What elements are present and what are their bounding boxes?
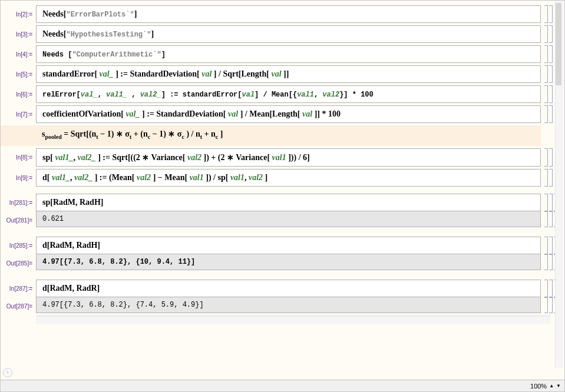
cell-in-285[interactable]: In[285]:= d[RadM, RadH]	[1, 237, 564, 254]
var: val	[300, 109, 313, 118]
code: ] / Mean[Length[	[238, 109, 300, 118]
horizontal-scrollbar[interactable]	[36, 315, 550, 324]
var: val	[226, 109, 239, 118]
cell-in-4[interactable]: In[4]:= Needs ["ComputerArithmetic`"]	[1, 45, 564, 63]
string-arg: "HypothesisTesting`"	[66, 31, 151, 39]
code-cell[interactable]: standardError[ val_ ] := StandardDeviati…	[36, 65, 541, 83]
out-label: Out[281]=	[1, 211, 36, 227]
code: ] − Mean[	[151, 173, 187, 182]
fn-needs: Needs	[42, 51, 64, 59]
notebook-body[interactable]: In[2]:= Needs["ErrorBarPlots`"] In[3]:= …	[1, 1, 564, 380]
code-cell[interactable]: sp[RadM, RadH]	[36, 194, 541, 211]
var: val1	[228, 173, 244, 182]
zoom-value: 100%	[530, 383, 547, 390]
var: val2	[135, 173, 151, 182]
cell-out-285[interactable]: Out[285]= 4.97[{7.3, 6.8, 8.2}, {10, 9.4…	[1, 254, 564, 270]
text: ) / n	[184, 129, 200, 138]
cell-in-287[interactable]: In[287]:= d[RadM, RadR]	[1, 280, 564, 297]
in-label: In[4]:=	[1, 45, 36, 63]
cell-in-5[interactable]: In[5]:= standardError[ val_ ] := Standar…	[1, 65, 564, 83]
code: relError[	[42, 91, 81, 99]
output-value: 4.97[{7.3, 6.8, 8.2}, {7.4, 5.9, 4.9}]	[42, 301, 204, 309]
cell-in-7[interactable]: In[7]:= coefficientOfVariation[ val_ ] :…	[1, 105, 564, 123]
fn-needs: Needs	[42, 29, 64, 38]
code: ] / Mean[{	[255, 91, 297, 99]
in-label: In[8]:=	[1, 148, 36, 167]
code-cell[interactable]: Needs["HypothesisTesting`"]	[36, 25, 541, 43]
in-label: In[9]:=	[1, 169, 36, 187]
cell-out-287[interactable]: Out[287]= 4.97[{7.3, 6.8, 8.2}, {7.4, 5.…	[1, 297, 564, 313]
text: − 1) ∗ σ	[98, 129, 130, 138]
var: val	[242, 91, 255, 99]
var: val1_	[106, 91, 127, 99]
code: d[RadM, RadR]	[42, 284, 100, 293]
code: ,	[98, 91, 106, 99]
code: ]) + (2 ∗ Variance[	[201, 153, 270, 162]
status-bar: 100% ▲ ▼	[1, 380, 564, 391]
cell-in-3[interactable]: In[3]:= Needs["HypothesisTesting`"]	[1, 25, 564, 43]
code-cell[interactable]: relError[val_, val1_ , val2_] := standar…	[36, 85, 541, 103]
code: ])) / 6]	[286, 153, 310, 162]
var: val1	[297, 91, 314, 99]
code: ,	[127, 91, 140, 99]
code-cell[interactable]: d[RadM, RadR]	[36, 280, 541, 297]
scrollbar-thumb[interactable]	[556, 3, 561, 85]
code: d[	[42, 173, 49, 182]
code: ,	[74, 153, 78, 162]
add-cell-button[interactable]: +	[3, 368, 12, 377]
code: ,	[244, 173, 249, 182]
code-cell[interactable]: d[RadM, RadH]	[36, 237, 541, 254]
var: val2	[249, 173, 263, 182]
text: = Sqrt[(n	[62, 129, 97, 138]
code-cell[interactable]: Needs["ErrorBarPlots`"]	[36, 5, 541, 23]
zoom-up-icon[interactable]: ▲	[549, 383, 554, 388]
var: val_	[81, 91, 98, 99]
vertical-scrollbar[interactable]	[555, 1, 563, 368]
output-cell[interactable]: 0.621	[36, 211, 541, 227]
cell-in-6[interactable]: In[6]:= relError[val_, val1_ , val2_] :=…	[1, 85, 564, 103]
cell-in-281[interactable]: In[281]:= sp[RadM, RadH]	[1, 194, 564, 211]
zoom-control[interactable]: 100% ▲ ▼	[530, 383, 561, 390]
var: val2	[185, 153, 201, 162]
in-label: In[2]:=	[1, 5, 36, 23]
code: ] := StandardDeviation[	[140, 109, 226, 118]
code: ]	[263, 173, 267, 182]
code: }] * 100	[339, 91, 374, 99]
text-cell-spooled[interactable]: spooled = Sqrt[(nt − 1) ∗ σt + (nc − 1) …	[1, 125, 541, 146]
var: val	[200, 69, 212, 78]
code: ]] * 100	[312, 109, 341, 118]
string-arg: "ErrorBarPlots`"	[66, 11, 134, 19]
cell-in-2[interactable]: In[2]:= Needs["ErrorBarPlots`"]	[1, 5, 564, 23]
var: val1	[270, 153, 286, 162]
cell-in-8[interactable]: In[8]:= sp[ val1_, val2_ ] := Sqrt[((2 ∗…	[1, 148, 564, 167]
in-label: In[281]:=	[1, 194, 36, 211]
zoom-down-icon[interactable]: ▼	[556, 383, 561, 388]
in-label: In[7]:=	[1, 105, 36, 123]
cell-out-281[interactable]: Out[281]= 0.621	[1, 211, 564, 227]
cell-in-9[interactable]: In[9]:= d[ val1_, val2_ ] := (Mean[ val2…	[1, 169, 564, 187]
var: val1_	[53, 153, 74, 162]
in-label: In[285]:=	[1, 237, 36, 254]
output-value: 4.97[{7.3, 6.8, 8.2}, {10, 9.4, 11}]	[42, 258, 195, 266]
code-cell[interactable]: coefficientOfVariation[ val_ ] := Standa…	[36, 105, 541, 123]
code: ] := (Mean[	[92, 173, 134, 182]
output-cell[interactable]: 4.97[{7.3, 6.8, 8.2}, {10, 9.4, 11}]	[36, 254, 541, 270]
output-cell[interactable]: 4.97[{7.3, 6.8, 8.2}, {7.4, 5.9, 4.9}]	[36, 297, 541, 313]
var: val	[269, 69, 282, 78]
code: ]]	[282, 69, 289, 78]
code: sp[	[42, 153, 53, 162]
code: ] := StandardDeviation[	[114, 69, 200, 78]
text: − 1) ∗ σ	[150, 129, 181, 138]
code-cell[interactable]: Needs ["ComputerArithmetic`"]	[36, 45, 541, 63]
output-value: 0.621	[42, 215, 64, 223]
code: sp[RadM, RadH]	[42, 198, 103, 207]
subscript: pooled	[45, 134, 61, 140]
var: val_	[124, 109, 140, 118]
string-arg: "ComputerArithmetic`"	[72, 51, 161, 59]
code: ]) / sp[	[204, 173, 229, 182]
var: val_	[97, 69, 114, 78]
code-cell[interactable]: sp[ val1_, val2_ ] := Sqrt[((2 ∗ Varianc…	[36, 148, 541, 167]
text: ]	[218, 129, 223, 138]
code-cell[interactable]: d[ val1_, val2_ ] := (Mean[ val2 ] − Mea…	[36, 169, 541, 187]
var: val2_	[140, 91, 161, 99]
